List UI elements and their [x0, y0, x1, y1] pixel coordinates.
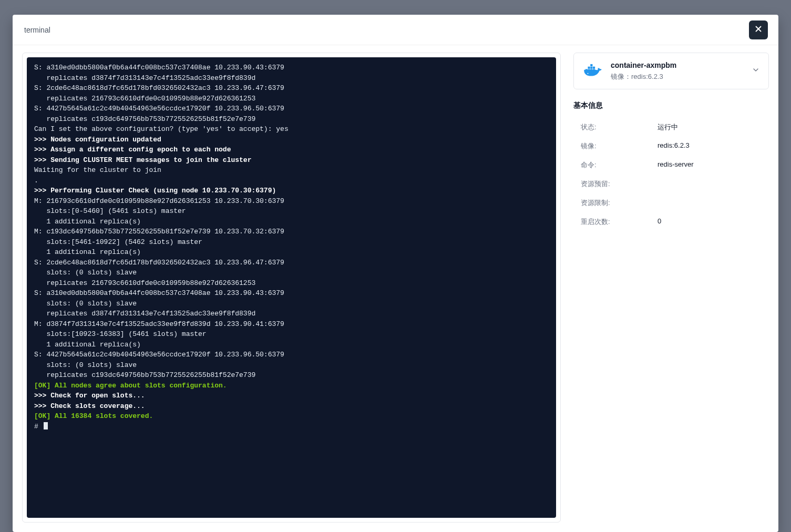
terminal-line: 1 additional replica(s) [34, 217, 547, 227]
info-label: 命令: [581, 160, 658, 170]
terminal-line: S: a310ed0dbb5800af0b6a44fc008bc537c3740… [34, 288, 547, 299]
modal-title: terminal [24, 26, 50, 34]
close-icon [754, 24, 763, 36]
terminal-line: slots: (0 slots) slave [34, 360, 547, 371]
info-label: 资源限制: [581, 198, 658, 208]
info-label: 资源预留: [581, 179, 658, 189]
terminal-modal: terminal S: a310ed0dbb5800af0b6a44fc008b… [13, 15, 778, 532]
terminal-line: S: 4427b5645a61c2c49b40454963e56ccdce179… [34, 104, 547, 114]
docker-icon [582, 60, 603, 81]
info-row: 镜像:redis:6.2.3 [573, 137, 769, 156]
info-value [658, 198, 769, 208]
svg-point-10 [588, 73, 589, 74]
svg-rect-7 [590, 67, 592, 69]
info-value: 运行中 [658, 122, 769, 132]
terminal-line: M: d3874f7d313143e7c4f13525adc33ee9f8fd8… [34, 319, 547, 330]
info-label: 重启次数: [581, 217, 658, 227]
terminal-line: replicates 216793c6610dfde0c010959b88e92… [34, 278, 547, 289]
terminal-line: # [34, 422, 547, 432]
svg-rect-9 [590, 64, 592, 66]
terminal-line: >>> Nodes configuration updated [34, 135, 547, 145]
terminal-line: M: c193dc649756bb753b7725526255b81f52e7e… [34, 227, 547, 237]
terminal-line: slots: (0 slots) slave [34, 299, 547, 309]
info-row: 状态:运行中 [573, 118, 769, 137]
info-row: 重启次数:0 [573, 212, 769, 231]
terminal-line: slots:[10923-16383] (5461 slots) master [34, 329, 547, 340]
container-text: container-axmpbm 镜像：redis:6.2.3 [611, 60, 744, 81]
terminal-line: replicates c193dc649756bb753b7725526255b… [34, 370, 547, 381]
terminal-line: >>> Sending CLUSTER MEET messages to joi… [34, 155, 547, 166]
terminal-line: S: 2cde6c48ac8618d7fc65d178bfd0326502432… [34, 258, 547, 268]
info-row: 资源预留: [573, 175, 769, 193]
terminal-line: S: 4427b5645a61c2c49b40454963e56ccdce179… [34, 350, 547, 360]
info-label: 状态: [581, 122, 658, 132]
terminal-line: S: 2cde6c48ac8618d7fc65d178bfd0326502432… [34, 83, 547, 94]
terminal-line: replicates d3874f7d313143e7c4f13525adc33… [34, 73, 547, 84]
terminal-line: replicates 216793c6610dfde0c010959b88e92… [34, 94, 547, 104]
side-panel: container-axmpbm 镜像：redis:6.2.3 基本信息 状态:… [573, 53, 769, 523]
terminal-line: Waiting for the cluster to join [34, 165, 547, 176]
modal-body: S: a310ed0dbb5800af0b6a44fc008bc537c3740… [13, 45, 778, 532]
info-value: redis-server [658, 160, 769, 170]
terminal-line: . [34, 176, 547, 186]
info-value: redis:6.2.3 [658, 141, 769, 151]
terminal-line: slots:[5461-10922] (5462 slots) master [34, 237, 547, 248]
svg-rect-8 [593, 67, 595, 69]
terminal-line: replicates c193dc649756bb753b7725526255b… [34, 114, 547, 125]
info-value: 0 [658, 217, 769, 227]
terminal-line: [OK] All 16384 slots covered. [34, 411, 547, 422]
terminal-panel: S: a310ed0dbb5800af0b6a44fc008bc537c3740… [22, 53, 561, 523]
terminal-line: 1 additional replica(s) [34, 340, 547, 350]
close-button[interactable] [749, 21, 768, 39]
container-name: container-axmpbm [611, 60, 744, 71]
terminal-line: slots:[0-5460] (5461 slots) master [34, 206, 547, 217]
terminal-cursor [44, 422, 48, 429]
svg-rect-6 [588, 67, 590, 69]
terminal-line: M: 216793c6610dfde0c010959b88e927d626361… [34, 196, 547, 207]
terminal[interactable]: S: a310ed0dbb5800af0b6a44fc008bc537c3740… [27, 57, 556, 518]
chevron-down-icon [752, 66, 760, 76]
terminal-line: Can I set the above configuration? (type… [34, 124, 547, 135]
modal-header: terminal [13, 15, 778, 45]
info-label: 镜像: [581, 141, 658, 151]
terminal-line: >>> Performing Cluster Check (using node… [34, 186, 547, 196]
terminal-line: slots: (0 slots) slave [34, 268, 547, 278]
terminal-line: >>> Check for open slots... [34, 391, 547, 401]
info-value [658, 179, 769, 189]
terminal-output[interactable]: S: a310ed0dbb5800af0b6a44fc008bc537c3740… [34, 63, 547, 513]
info-section-title: 基本信息 [573, 101, 769, 110]
container-card[interactable]: container-axmpbm 镜像：redis:6.2.3 [573, 53, 769, 89]
terminal-line: replicates d3874f7d313143e7c4f13525adc33… [34, 309, 547, 319]
terminal-line: >>> Assign a different config epoch to e… [34, 145, 547, 155]
terminal-line: 1 additional replica(s) [34, 247, 547, 258]
info-row: 命令:redis-server [573, 156, 769, 175]
terminal-line: >>> Check slots coverage... [34, 401, 547, 412]
terminal-line: S: a310ed0dbb5800af0b6a44fc008bc537c3740… [34, 63, 547, 73]
info-list: 状态:运行中镜像:redis:6.2.3命令:redis-server资源预留:… [573, 118, 769, 231]
container-image: 镜像：redis:6.2.3 [611, 72, 744, 81]
info-row: 资源限制: [573, 193, 769, 212]
terminal-line: [OK] All nodes agree about slots configu… [34, 381, 547, 391]
